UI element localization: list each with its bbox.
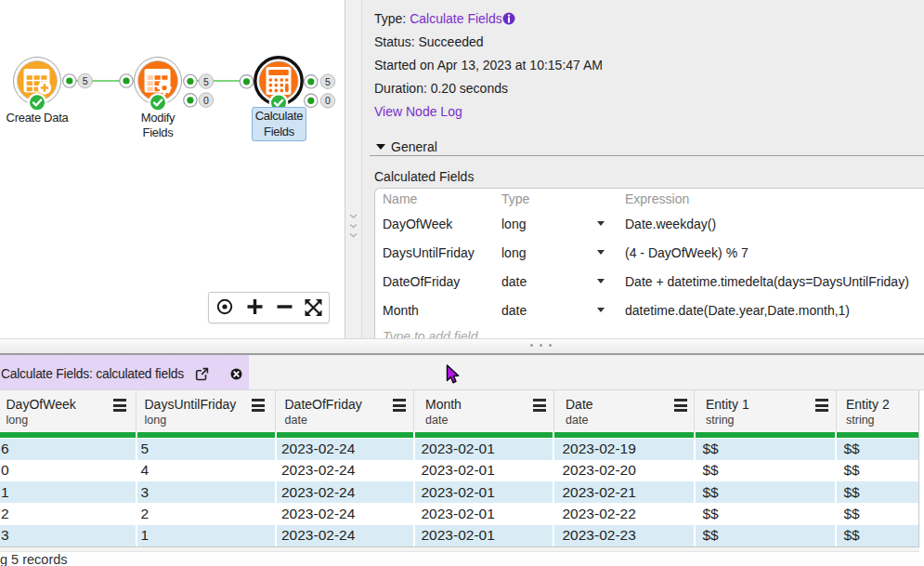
svg-text:5: 5 — [83, 75, 88, 86]
svg-text:5: 5 — [203, 76, 209, 87]
svg-text:0: 0 — [203, 95, 209, 106]
svg-text:0: 0 — [325, 95, 331, 106]
svg-text:5: 5 — [325, 76, 331, 87]
